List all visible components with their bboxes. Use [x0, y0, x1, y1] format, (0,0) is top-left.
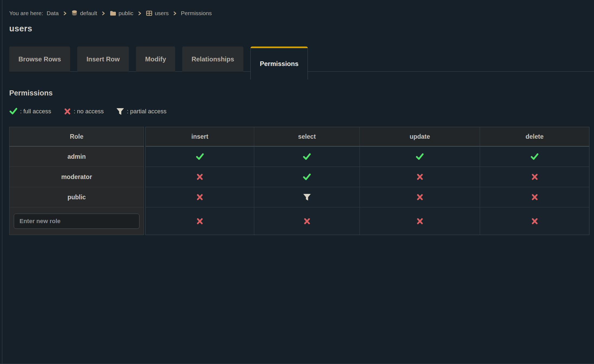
- role-column-header: Role: [9, 127, 144, 147]
- role-column: Role admin moderator public: [9, 127, 144, 235]
- database-icon: [71, 10, 78, 17]
- chevron-right-icon: [101, 11, 105, 15]
- permission-cell-newrole-insert[interactable]: [146, 207, 254, 235]
- check-icon: [196, 153, 204, 161]
- main-content: You are here: Data default: [0, 0, 594, 235]
- breadcrumb: You are here: Data default: [9, 0, 594, 17]
- cross-icon: [196, 173, 204, 181]
- new-role-cell: [9, 207, 144, 235]
- check-icon: [303, 153, 311, 161]
- tab-browse-rows[interactable]: Browse Rows: [9, 47, 70, 72]
- cross-icon: [64, 108, 71, 115]
- tab-insert-row[interactable]: Insert Row: [77, 47, 129, 72]
- chevron-right-icon: [63, 11, 67, 15]
- permission-cell-moderator-delete[interactable]: [480, 167, 589, 187]
- chevron-right-icon: [173, 11, 177, 15]
- cross-icon: [531, 217, 538, 225]
- permissions-table: Role admin moderator public insert selec…: [9, 127, 594, 235]
- permission-cell-moderator-insert[interactable]: [146, 167, 254, 187]
- new-role-input[interactable]: [14, 214, 139, 229]
- breadcrumb-item-users[interactable]: users: [146, 10, 169, 17]
- folder-icon: [109, 10, 116, 17]
- cross-icon: [303, 217, 311, 225]
- cross-icon: [416, 217, 424, 225]
- cross-icon: [416, 193, 424, 201]
- cross-icon: [196, 193, 204, 201]
- check-icon: [530, 153, 539, 161]
- check-icon: [9, 107, 18, 115]
- breadcrumb-item-permissions: Permissions: [181, 10, 212, 16]
- cross-icon: [196, 217, 204, 225]
- cross-icon: [531, 193, 538, 201]
- legend-partial-access: : partial access: [116, 107, 167, 115]
- permission-cell-newrole-select[interactable]: [254, 207, 360, 235]
- cross-icon: [531, 173, 538, 181]
- column-header-delete: delete: [480, 127, 589, 147]
- cross-icon: [416, 173, 424, 181]
- check-icon: [303, 173, 311, 181]
- permission-cell-public-select[interactable]: [254, 187, 360, 207]
- role-cell-public: public: [9, 187, 144, 207]
- permissions-legend: : full access : no access : partial acce…: [9, 107, 594, 115]
- column-header-update: update: [360, 127, 480, 147]
- filter-icon: [303, 193, 311, 201]
- role-cell-admin: admin: [9, 147, 144, 167]
- breadcrumb-item-default[interactable]: default: [71, 10, 97, 17]
- role-cell-moderator: moderator: [9, 167, 144, 187]
- breadcrumb-item-public[interactable]: public: [109, 10, 133, 17]
- permission-cell-admin-select[interactable]: [254, 147, 360, 167]
- permission-cell-newrole-delete[interactable]: [480, 207, 589, 235]
- chevron-right-icon: [138, 11, 142, 15]
- permission-cell-moderator-update[interactable]: [360, 167, 480, 187]
- column-header-insert: insert: [146, 127, 254, 147]
- tab-permissions[interactable]: Permissions: [250, 47, 308, 80]
- legend-full-access: : full access: [9, 107, 51, 115]
- permission-cell-moderator-select[interactable]: [254, 167, 360, 187]
- breadcrumb-item-data[interactable]: Data: [47, 10, 58, 16]
- permission-cell-public-insert[interactable]: [146, 187, 254, 207]
- section-heading: Permissions: [9, 89, 594, 97]
- tab-relationships[interactable]: Relationships: [182, 47, 243, 72]
- filter-icon: [116, 107, 124, 115]
- table-icon: [146, 10, 153, 17]
- permission-cell-admin-delete[interactable]: [480, 147, 589, 167]
- legend-no-access: : no access: [64, 108, 104, 115]
- tab-modify[interactable]: Modify: [136, 47, 175, 72]
- permission-cell-public-delete[interactable]: [480, 187, 589, 207]
- column-header-select: select: [254, 127, 360, 147]
- permission-cell-public-update[interactable]: [360, 187, 480, 207]
- permission-cell-admin-update[interactable]: [360, 147, 480, 167]
- breadcrumb-prefix: You are here:: [9, 10, 43, 16]
- actions-matrix: insert select update delete: [145, 127, 589, 235]
- permission-cell-newrole-update[interactable]: [360, 207, 480, 235]
- permission-cell-admin-insert[interactable]: [146, 147, 254, 167]
- page-title: users: [9, 24, 594, 34]
- check-icon: [416, 153, 424, 161]
- tab-bar: Browse Rows Insert Row Modify Relationsh…: [9, 47, 594, 72]
